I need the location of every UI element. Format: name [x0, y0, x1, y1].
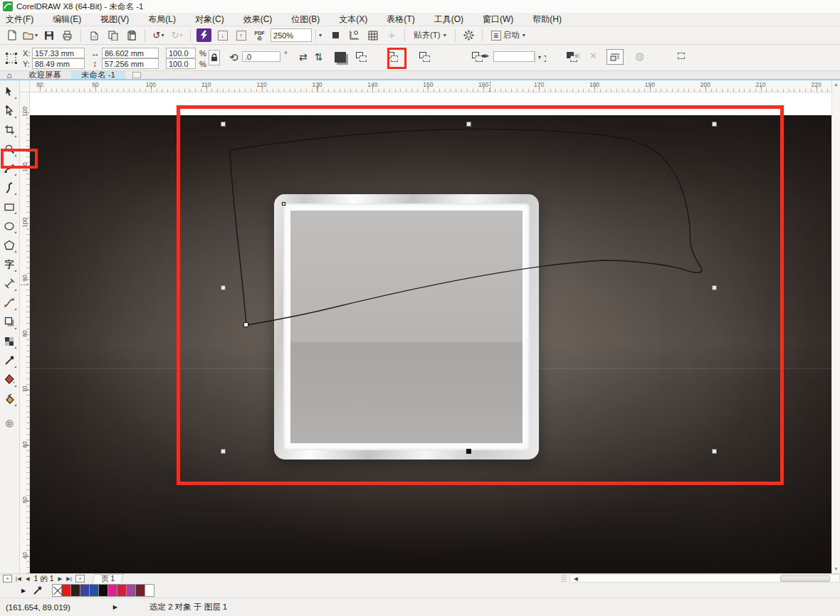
new-document-button[interactable]: [4, 28, 19, 43]
color-swatch-1[interactable]: [61, 584, 71, 597]
outline-width-dropdown[interactable]: ▾: [535, 51, 544, 63]
scroll-down-arrow[interactable]: ▼: [832, 565, 840, 573]
zoom-level-combo[interactable]: 250%: [271, 28, 312, 42]
show-rulers-button[interactable]: [347, 28, 362, 43]
undo-dropdown-caret[interactable]: ▾: [161, 32, 164, 38]
page-1-tab[interactable]: 页 1: [93, 574, 124, 583]
wrap-paragraph-text-button[interactable]: [676, 52, 688, 63]
menu-item-1[interactable]: 编辑(E): [53, 14, 81, 26]
color-swatch-2[interactable]: [70, 584, 80, 597]
options-button[interactable]: [461, 28, 476, 43]
fullscreen-preview-button[interactable]: [328, 28, 343, 43]
copy-button[interactable]: [105, 28, 120, 43]
zoom-level-dropdown[interactable]: ▾: [315, 29, 325, 41]
artistic-media-tool[interactable]: [0, 178, 19, 197]
undo-button[interactable]: ↺▾: [151, 28, 166, 43]
color-swatch-5[interactable]: [98, 584, 108, 597]
color-swatch-8[interactable]: [126, 584, 136, 597]
show-guidelines-button[interactable]: [384, 28, 399, 43]
new-document-tab-button[interactable]: [132, 72, 141, 78]
menu-item-7[interactable]: 文本(X): [339, 14, 367, 26]
home-tab-icon[interactable]: ⌂: [0, 71, 19, 79]
scale-x-field[interactable]: 100.0: [166, 48, 196, 58]
menu-item-9[interactable]: 工具(O): [434, 14, 463, 26]
import-button[interactable]: ↓: [215, 28, 230, 43]
outline-width-combo[interactable]: [493, 51, 535, 62]
show-grid-button[interactable]: [365, 28, 380, 43]
menu-item-2[interactable]: 视图(V): [100, 14, 129, 26]
menu-item-8[interactable]: 表格(T): [387, 14, 414, 26]
drawing-canvas[interactable]: [30, 92, 831, 573]
menu-item-11[interactable]: 帮助(H): [532, 14, 562, 26]
transparency-tool[interactable]: [0, 331, 19, 351]
redo-button[interactable]: ↻▾: [169, 28, 184, 43]
palette-eyedropper-icon[interactable]: [33, 585, 43, 595]
outline-pen-icon[interactable]: ✒: [481, 51, 490, 62]
color-swatch-7[interactable]: [117, 584, 127, 597]
quick-customize-button[interactable]: ◍: [635, 50, 644, 63]
first-page-button[interactable]: |◀: [14, 575, 23, 582]
polygon-tool[interactable]: [0, 235, 19, 255]
previous-page-button[interactable]: ◀: [23, 575, 32, 582]
intersect-button[interactable]: [419, 52, 431, 63]
vertical-scrollbar[interactable]: ▲ ▼: [831, 80, 840, 573]
color-swatch-6[interactable]: [107, 584, 117, 597]
customize-button[interactable]: [0, 414, 19, 433]
shape-tool[interactable]: [0, 101, 19, 120]
status-flyout-arrow[interactable]: ▶: [113, 604, 117, 610]
open-dropdown-caret[interactable]: ▾: [35, 32, 38, 38]
parallel-dimension-tool[interactable]: [0, 274, 19, 293]
snap-to-button[interactable]: 贴齐(T)▾: [411, 28, 449, 43]
y-position-field[interactable]: 88.49 mm: [32, 58, 85, 69]
paste-button[interactable]: [124, 28, 139, 43]
rotation-angle-field[interactable]: .0: [242, 51, 280, 62]
menu-item-6[interactable]: 位图(B): [291, 14, 320, 26]
menu-item-4[interactable]: 对象(C): [195, 14, 224, 26]
application-launcher-button[interactable]: ≣启动▾: [488, 28, 528, 43]
next-page-button[interactable]: ▶: [56, 575, 65, 582]
lock-ratio-button[interactable]: [209, 50, 220, 65]
horizontal-scrollbar-thumb[interactable]: [780, 575, 830, 582]
mirror-vertical-button[interactable]: ⇅: [315, 51, 323, 63]
width-field[interactable]: 86.602 mm: [102, 48, 159, 58]
scroll-left-arrow[interactable]: ◀: [572, 575, 580, 582]
swatch-no-color[interactable]: [52, 584, 62, 597]
add-page-after-button[interactable]: +: [75, 575, 85, 583]
weld-button[interactable]: [356, 52, 368, 63]
search-content-button[interactable]: [196, 28, 211, 42]
add-page-before-button[interactable]: +: [3, 575, 12, 583]
menu-item-0[interactable]: 文件(F): [6, 14, 33, 26]
last-page-button[interactable]: ▶|: [64, 575, 74, 582]
crop-tool[interactable]: [0, 120, 19, 139]
publish-pdf-button[interactable]: PDF⎙: [252, 28, 267, 43]
menu-item-10[interactable]: 窗口(W): [483, 14, 513, 26]
scrollbar-splitter-handle[interactable]: [561, 575, 567, 582]
interactive-fill-tool[interactable]: [0, 370, 19, 389]
height-field[interactable]: 57.256 mm: [102, 58, 159, 69]
color-swatch-4[interactable]: [89, 584, 99, 597]
print-button[interactable]: [60, 28, 75, 43]
menu-item-3[interactable]: 布局(L): [148, 14, 176, 26]
tab-untitled-document[interactable]: 未命名 -1: [71, 71, 125, 79]
color-eyedropper-tool[interactable]: [0, 351, 19, 370]
object-properties-icon[interactable]: [335, 52, 346, 63]
connector-tool[interactable]: [0, 293, 19, 312]
drop-shadow-tool[interactable]: [0, 312, 19, 331]
cut-button[interactable]: [87, 28, 102, 43]
palette-flyout-arrow[interactable]: ▶: [21, 588, 26, 594]
x-position-field[interactable]: 157.33 mm: [32, 48, 85, 58]
horizontal-ruler[interactable]: 8090100110120130140150160170180190200210…: [30, 80, 831, 92]
text-wrap-button[interactable]: [607, 49, 624, 65]
color-swatch-10[interactable]: [145, 584, 154, 597]
open-button[interactable]: ▾: [23, 28, 38, 43]
text-tool[interactable]: 字: [0, 255, 19, 274]
color-swatch-9[interactable]: [135, 584, 145, 597]
mirror-horizontal-button[interactable]: ⇄: [299, 51, 308, 63]
scroll-up-arrow[interactable]: ▲: [832, 80, 840, 89]
smart-fill-tool[interactable]: [0, 389, 19, 408]
ellipse-tool[interactable]: [0, 216, 19, 235]
save-button[interactable]: [41, 28, 56, 43]
horizontal-scrollbar[interactable]: ◀: [569, 574, 840, 583]
export-button[interactable]: ↑: [233, 28, 248, 43]
color-swatch-3[interactable]: [80, 584, 90, 597]
